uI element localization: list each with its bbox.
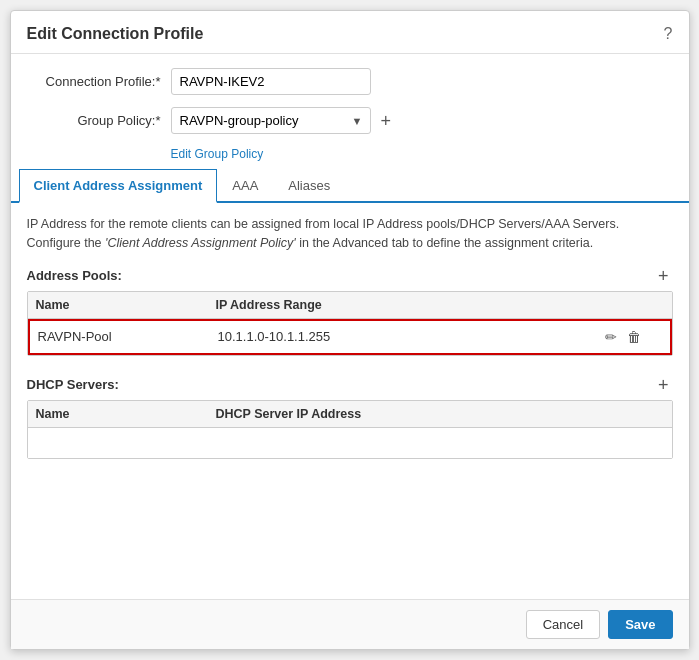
save-button[interactable]: Save [608,610,672,639]
cancel-button[interactable]: Cancel [526,610,600,639]
modal-footer: Cancel Save [11,599,689,649]
group-policy-select-container: RAVPN-group-policy ▼ [171,107,371,134]
delete-pool-button[interactable]: 🗑 [624,328,644,346]
dhcp-header-row: Name DHCP Server IP Address [28,401,672,428]
help-icon[interactable]: ? [664,25,673,43]
dhcp-servers-table: Name DHCP Server IP Address [27,400,673,459]
pool-name: RAVPN-Pool [38,329,218,344]
dhcp-col-name-header: Name [36,407,216,421]
description-text: IP Address for the remote clients can be… [27,215,673,253]
add-address-pool-button[interactable]: + [654,267,673,285]
edit-policy-link-row: Edit Group Policy [31,146,669,161]
group-policy-select-wrapper: RAVPN-group-policy ▼ + [171,107,396,134]
dhcp-col-actions-header [604,407,664,421]
modal-title: Edit Connection Profile [27,25,204,43]
group-policy-select[interactable]: RAVPN-group-policy [171,107,371,134]
edit-pool-button[interactable]: ✏ [602,328,620,346]
add-dhcp-server-button[interactable]: + [654,376,673,394]
add-group-policy-button[interactable]: + [377,112,396,130]
address-pools-title: Address Pools: [27,268,122,283]
pool-row-actions: ✏ 🗑 [602,328,662,346]
tab-client-address[interactable]: Client Address Assignment [19,169,218,203]
col-name-header: Name [36,298,216,312]
address-pools-header: Address Pools: + [27,267,673,285]
col-actions-header [604,298,664,312]
edit-group-policy-link[interactable]: Edit Group Policy [171,147,264,161]
dhcp-servers-header: DHCP Servers: + [27,376,673,394]
modal-header: Edit Connection Profile ? [11,11,689,54]
group-policy-label: Group Policy:* [31,113,161,128]
tab-content-area: IP Address for the remote clients can be… [11,203,689,599]
form-section: Connection Profile:* Group Policy:* RAVP… [11,54,689,169]
tab-aaa[interactable]: AAA [217,169,273,203]
pool-ip-range: 10.1.1.0-10.1.1.255 [218,329,602,344]
modal-body: Connection Profile:* Group Policy:* RAVP… [11,54,689,599]
tabs-row: Client Address Assignment AAA Aliases [11,169,689,203]
col-iprange-header: IP Address Range [216,298,604,312]
group-policy-row: Group Policy:* RAVPN-group-policy ▼ + [31,107,669,134]
edit-connection-profile-modal: Edit Connection Profile ? Connection Pro… [10,10,690,650]
address-pools-header-row: Name IP Address Range [28,292,672,319]
table-row: RAVPN-Pool 10.1.1.0-10.1.1.255 ✏ 🗑 [28,319,672,355]
dhcp-empty-row [28,428,672,458]
connection-profile-input[interactable] [171,68,371,95]
tab-aliases[interactable]: Aliases [273,169,345,203]
connection-profile-row: Connection Profile:* [31,68,669,95]
dhcp-servers-title: DHCP Servers: [27,377,119,392]
address-pools-table: Name IP Address Range RAVPN-Pool 10.1.1.… [27,291,673,356]
connection-profile-label: Connection Profile:* [31,74,161,89]
dhcp-col-ip-header: DHCP Server IP Address [216,407,604,421]
